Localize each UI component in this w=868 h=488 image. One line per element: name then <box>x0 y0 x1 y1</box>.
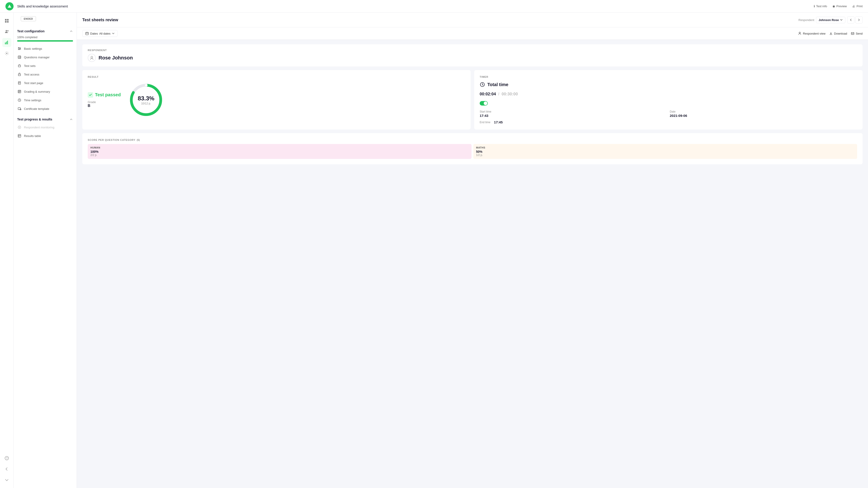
respondent-view-button[interactable]: Respondent view <box>798 32 826 35</box>
collapse-button[interactable] <box>2 475 11 484</box>
cat-maths-name: MATHS <box>476 146 855 149</box>
cat-human-score: 2/2 p. <box>90 153 469 157</box>
svg-rect-4 <box>7 21 8 23</box>
donut-percent: 83.3% <box>138 95 154 102</box>
total-time-label: Total time <box>487 82 508 87</box>
score-section-label: SCORE PER QUESTION CATEGORY <box>88 139 135 141</box>
donut-chart: 83.3% 10/12 p. <box>128 82 164 118</box>
timer-toggle[interactable] <box>480 101 488 105</box>
preview-button[interactable]: ◉ Preview <box>833 4 847 8</box>
test-progress-header[interactable]: Test progress & results <box>13 116 76 123</box>
respondent-selector: Respondent Johnson Rose <box>798 16 863 24</box>
respondent-full-name: Rose Johnson <box>98 55 133 61</box>
sidebar-item-settings[interactable] <box>2 49 11 58</box>
nav-basic-settings[interactable]: Basic settings <box>13 44 76 53</box>
date-label: Date <box>670 110 857 113</box>
nav-grading-summary[interactable]: Grading & summary <box>13 87 76 96</box>
sidebar-item-users[interactable] <box>2 27 11 36</box>
monitor-icon <box>17 125 22 129</box>
test-passed-row: Test passed <box>88 92 121 98</box>
sidebar-item-dashboard[interactable] <box>2 16 11 25</box>
preview-icon: ◉ <box>833 4 835 8</box>
svg-point-38 <box>145 84 147 87</box>
nav-certificate-template[interactable]: Certificate template <box>13 104 76 113</box>
nav-results-table[interactable]: Results table <box>13 131 76 140</box>
start-time-item: Start time 17:43 <box>480 110 667 118</box>
sets-icon <box>17 63 22 68</box>
dates-label: Dates <box>90 32 98 35</box>
category-human: HUMAN 100% 2/2 p. <box>88 144 471 159</box>
respondent-name: Johnson Rose <box>818 18 839 22</box>
end-time-value: 17:45 <box>494 120 502 124</box>
app-logo <box>5 2 13 10</box>
svg-point-13 <box>18 47 19 48</box>
total-time-row: Total time <box>480 82 857 87</box>
page-title: Test sheets review <box>82 18 118 22</box>
user-icon <box>798 32 802 35</box>
test-passed-icon <box>88 92 93 98</box>
svg-text:?: ? <box>6 457 7 460</box>
nav-test-start-page[interactable]: Test start page <box>13 79 76 87</box>
end-time-label: End time <box>480 121 490 124</box>
svg-point-15 <box>19 49 20 50</box>
send-icon <box>851 32 855 35</box>
send-button[interactable]: Send <box>851 32 863 35</box>
help-button[interactable]: ? <box>2 454 11 463</box>
toggle-knob <box>484 101 487 105</box>
nav-test-access[interactable]: Test access <box>13 70 76 79</box>
donut-center: 83.3% 10/12 p. <box>138 95 154 105</box>
score-categories: HUMAN 100% 2/2 p. MATHS 50% 1/2 p. <box>88 144 857 159</box>
progress-fill <box>17 40 73 41</box>
donut-score: 10/12 p. <box>138 102 154 105</box>
prev-respondent-button[interactable] <box>847 16 855 24</box>
svg-point-10 <box>6 53 7 54</box>
start-time-label: Start time <box>480 110 667 113</box>
start-time-value: 17:43 <box>480 114 667 118</box>
time-details: Start time 17:43 Date 2021-09-06 End tim… <box>480 110 857 124</box>
svg-point-32 <box>799 32 800 33</box>
test-configuration-header[interactable]: Test configuration <box>13 28 76 35</box>
nav-questions-manager[interactable]: Questions manager <box>13 53 76 61</box>
result-label: RESULT <box>88 75 465 78</box>
svg-point-0 <box>9 6 10 7</box>
test-progress-title: Test progress & results <box>17 118 52 121</box>
cat-human-percent: 100% <box>90 150 469 153</box>
download-button[interactable]: Download <box>829 32 847 35</box>
chevron-up-icon-2 <box>69 118 73 121</box>
time-separator: / <box>498 92 499 96</box>
svg-rect-2 <box>7 19 8 21</box>
chevron-down-icon <box>840 18 843 22</box>
grade-icon <box>17 89 22 94</box>
timer-inner: Total time 00:02:04 / 00:30:00 <box>480 82 857 124</box>
sidebar-item-results[interactable] <box>2 38 11 47</box>
page-icon <box>17 81 22 85</box>
download-icon <box>829 32 833 35</box>
svg-point-17 <box>19 56 19 57</box>
nav-respondent-monitoring[interactable]: Respondent monitoring <box>13 123 76 131</box>
top-header: Skills and knowledge assessment ℹ Test i… <box>0 0 868 13</box>
test-configuration-title: Test configuration <box>17 29 44 33</box>
grade-value: B <box>88 104 121 108</box>
date-selector[interactable]: Dates All dates <box>82 30 118 37</box>
cat-maths-score: 1/2 p. <box>476 153 855 157</box>
respondent-dropdown[interactable]: Johnson Rose <box>816 17 845 23</box>
nav-test-sets[interactable]: Test sets <box>13 61 76 70</box>
svg-rect-20 <box>18 65 21 67</box>
test-info-button[interactable]: ℹ Test info <box>814 4 827 8</box>
date-item: Date 2021-09-06 <box>670 110 857 118</box>
clock-icon <box>17 98 22 102</box>
category-maths: MATHS 50% 1/2 p. <box>473 144 857 159</box>
svg-rect-9 <box>7 41 8 44</box>
nav-time-settings[interactable]: Time settings <box>13 96 76 104</box>
svg-point-34 <box>91 56 93 58</box>
score-count: (5) <box>137 139 140 141</box>
svg-rect-7 <box>5 42 6 44</box>
print-button[interactable]: 🖨 Print <box>852 4 863 8</box>
back-button[interactable] <box>2 464 11 474</box>
time-display: 00:02:04 / 00:30:00 <box>480 92 857 96</box>
main-layout: ? ENDED Test configuration 100% complete… <box>0 13 868 488</box>
svg-rect-22 <box>18 74 21 76</box>
next-respondent-button[interactable] <box>855 16 863 24</box>
grade-container: Grade B <box>88 100 121 108</box>
sliders-icon <box>17 46 22 51</box>
